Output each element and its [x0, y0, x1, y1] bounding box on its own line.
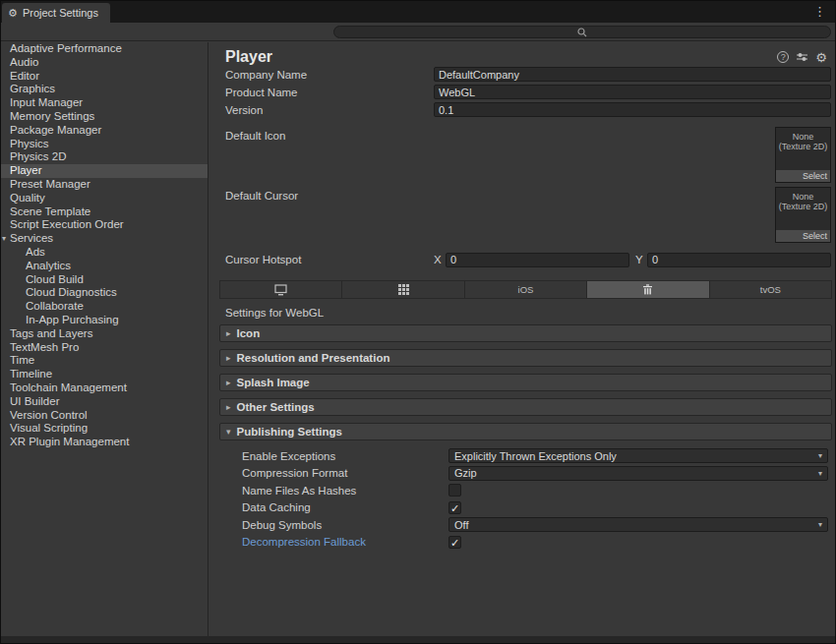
sidebar-item-label: Collaborate	[26, 300, 84, 312]
section-label: Splash Image	[237, 377, 310, 388]
sidebar-item[interactable]: ▾ Cloud Build	[1, 273, 208, 287]
sidebar-item[interactable]: ▾ Input Manager	[1, 96, 208, 110]
name-files-as-hashes-checkbox[interactable]: ✓	[448, 484, 461, 497]
settings-gear-icon[interactable]: ⚙	[815, 50, 827, 65]
decompression-fallback-checkbox[interactable]: ✓	[448, 536, 461, 549]
default-cursor-row: Default Cursor None (Texture 2D) Select	[209, 183, 835, 243]
compression-format-dropdown[interactable]: Gzip ▾	[448, 466, 828, 481]
sidebar-item[interactable]: ▾ Toolchain Management	[1, 381, 208, 395]
sidebar-item[interactable]: ▾ TextMesh Pro	[1, 341, 208, 355]
sidebar-item[interactable]: ▾ Collaborate	[1, 300, 208, 314]
sidebar-item[interactable]: ▾ Visual Scripting	[1, 422, 208, 436]
section-splash-image[interactable]: ▸ Splash Image	[219, 374, 832, 391]
chevron-down-icon: ▾	[818, 520, 822, 529]
sidebar-item[interactable]: ▾ Adaptive Performance	[1, 42, 208, 56]
foldout-arrow-icon[interactable]: ▾	[2, 232, 10, 246]
sidebar-item[interactable]: ▾ UI Builder	[1, 395, 208, 409]
sidebar-item-label: Adaptive Performance	[10, 42, 122, 54]
section-label: Other Settings	[237, 401, 315, 413]
sidebar-item[interactable]: ▾ Script Execution Order	[1, 218, 208, 232]
debug-symbols-label: Debug Symbols	[242, 519, 448, 531]
hotspot-x-field[interactable]	[446, 253, 629, 267]
dropdown-value: Gzip	[454, 467, 818, 479]
default-cursor-select-button[interactable]: Select	[776, 230, 830, 242]
sidebar-item-label: Scene Template	[10, 205, 90, 217]
cursor-hotspot-label: Cursor Hotspot	[225, 254, 434, 265]
sidebar-item[interactable]: ▾ In-App Purchasing	[1, 314, 208, 327]
hotspot-y-label: Y	[635, 254, 647, 265]
foldout-arrow-icon: ▸	[226, 402, 231, 412]
product-name-row: Product Name	[209, 84, 835, 100]
section-resolution-and-presentation[interactable]: ▸ Resolution and Presentation	[219, 349, 832, 367]
section-publishing-settings[interactable]: ▾ Publishing Settings	[219, 423, 832, 440]
sidebar-item[interactable]: ▾ XR Plugin Management	[1, 436, 208, 449]
window-tab-title: Project Settings	[23, 7, 98, 19]
tab-project-settings[interactable]: ⚙ Project Settings	[2, 3, 110, 23]
platform-tab-android[interactable]	[342, 280, 464, 299]
sidebar-item[interactable]: ▾ Ads	[1, 246, 208, 260]
dropdown-value: Explicitly Thrown Exceptions Only	[454, 450, 818, 462]
hotspot-y-field[interactable]	[647, 253, 831, 267]
sidebar-item[interactable]: ▾ Audio	[1, 56, 208, 70]
sidebar-item[interactable]: ▾ Quality	[1, 192, 208, 205]
hotspot-x-label: X	[434, 254, 446, 265]
section-other-settings[interactable]: ▸ Other Settings	[219, 398, 832, 416]
sidebar-item-label: Editor	[10, 70, 39, 82]
sidebar-item-label: Time	[10, 354, 34, 366]
default-icon-row: Default Icon None (Texture 2D) Select	[209, 119, 835, 183]
data-caching-checkbox[interactable]: ✓	[448, 501, 461, 514]
header-icons: ? ⚙	[777, 50, 827, 65]
decompression-fallback-label: Decompression Fallback	[242, 536, 448, 548]
product-name-field[interactable]	[434, 85, 831, 99]
player-settings-panel: Player ? ⚙ Company Name Product Name	[209, 42, 835, 636]
sidebar-item[interactable]: ▾ Services	[1, 232, 208, 246]
checkmark-icon: ✓	[450, 502, 459, 514]
sidebar-item[interactable]: ▾ Tags and Layers	[1, 327, 208, 341]
default-icon-object-field[interactable]: None (Texture 2D) Select	[775, 127, 831, 183]
sidebar-item[interactable]: ▾ Memory Settings	[1, 110, 208, 124]
section-icon[interactable]: ▸ Icon	[219, 324, 832, 342]
help-icon[interactable]: ?	[777, 51, 789, 63]
sidebar-item[interactable]: ▾ Analytics	[1, 260, 208, 273]
compression-format-label: Compression Format	[242, 467, 448, 479]
sidebar-item[interactable]: ▾ Cloud Diagnostics	[1, 286, 208, 300]
sidebar-item-label: Version Control	[10, 409, 88, 421]
version-row: Version	[209, 101, 835, 118]
platform-tab-webgl[interactable]	[587, 280, 709, 299]
sidebar-item-label: Toolchain Management	[10, 381, 127, 393]
sidebar-item[interactable]: ▾ Scene Template	[1, 205, 208, 219]
sidebar-item-label: Ads	[26, 246, 45, 258]
default-cursor-object-field[interactable]: None (Texture 2D) Select	[775, 187, 831, 243]
section-label: Icon	[237, 327, 261, 339]
version-field[interactable]	[434, 102, 831, 117]
debug-symbols-dropdown[interactable]: Off ▾	[448, 517, 828, 532]
sidebar-item[interactable]: ▾ Preset Manager	[1, 178, 208, 192]
data-caching-label: Data Caching	[242, 501, 448, 513]
kebab-menu-icon[interactable]: ⋮	[813, 4, 826, 19]
sidebar-item[interactable]: ▾ Version Control	[1, 409, 208, 423]
sidebar-item[interactable]: ▾ Physics 2D	[1, 150, 208, 164]
company-name-field[interactable]	[434, 67, 831, 82]
platform-tab-ios[interactable]: iOS	[465, 280, 587, 299]
sidebar-item[interactable]: ▾ Time	[1, 354, 208, 368]
sidebar-item[interactable]: ▾ Package Manager	[1, 124, 208, 138]
sidebar-item[interactable]: ▾ Timeline	[1, 368, 208, 381]
debug-symbols-row: Debug Symbols Off ▾	[219, 516, 832, 534]
sidebar-item[interactable]: ▾ Physics	[1, 138, 208, 151]
sidebar-item-label: TextMesh Pro	[10, 341, 79, 353]
section-label: Publishing Settings	[237, 426, 342, 438]
search-input[interactable]	[333, 26, 831, 38]
enable-exceptions-dropdown[interactable]: Explicitly Thrown Exceptions Only ▾	[448, 448, 828, 463]
page-title: Player	[225, 48, 777, 66]
default-icon-select-button[interactable]: Select	[776, 170, 830, 182]
sidebar-item[interactable]: ▾ Editor	[1, 70, 208, 84]
default-cursor-none-text: None (Texture 2D)	[776, 188, 830, 211]
preset-icon[interactable]	[796, 51, 808, 63]
enable-exceptions-row: Enable Exceptions Explicitly Thrown Exce…	[219, 447, 832, 465]
desktop-icon	[274, 284, 287, 296]
sidebar-item[interactable]: ▾ Graphics	[1, 83, 208, 96]
sidebar-item[interactable]: ▾ Player	[1, 164, 208, 178]
platform-tab-tvos[interactable]: tvOS	[710, 280, 832, 299]
sidebar-item-label: Timeline	[10, 368, 52, 380]
platform-tab-desktop[interactable]	[219, 280, 342, 299]
